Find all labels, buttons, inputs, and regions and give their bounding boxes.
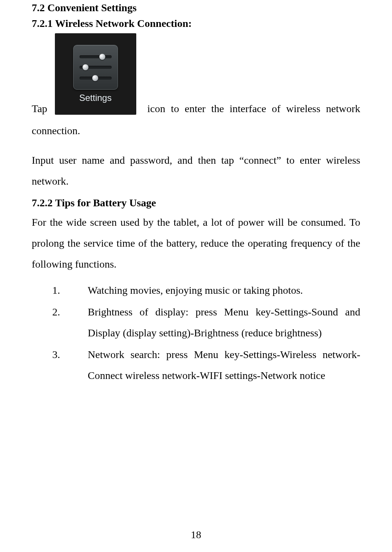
tap-sentence-continuation: connection. bbox=[32, 121, 360, 140]
tap-settings-line: Tap Settings icon to enter the interface… bbox=[32, 33, 360, 115]
battery-tips-list: Watching movies, enjoying music or takin… bbox=[52, 280, 360, 386]
list-item: Network search: press Menu key-Settings-… bbox=[52, 344, 360, 386]
page-number: 18 bbox=[0, 529, 392, 541]
slider-knob bbox=[99, 54, 105, 60]
input-instruction: Input user name and password, and then t… bbox=[32, 150, 360, 192]
slider-row-2 bbox=[80, 66, 112, 69]
section-heading-7-2: 7.2 Convenient Settings bbox=[32, 2, 360, 14]
subsection-heading-7-2-2: 7.2.2 Tips for Battery Usage bbox=[32, 197, 360, 209]
subsection-heading-7-2-1: 7.2.1 Wireless Network Connection: bbox=[32, 18, 360, 30]
sliders-icon bbox=[73, 45, 118, 90]
tap-sentence-rest: icon to enter the interface of wireless … bbox=[147, 104, 360, 115]
battery-intro: For the wide screen used by the tablet, … bbox=[32, 212, 360, 275]
settings-app-icon: Settings bbox=[55, 33, 136, 115]
list-item: Brightness of display: press Menu key-Se… bbox=[52, 302, 360, 343]
tap-word: Tap bbox=[32, 104, 47, 115]
slider-row-3 bbox=[80, 77, 112, 80]
slider-knob bbox=[83, 64, 88, 70]
settings-icon-label: Settings bbox=[79, 93, 112, 103]
slider-row-1 bbox=[80, 55, 112, 58]
slider-knob bbox=[92, 75, 98, 81]
list-item: Watching movies, enjoying music or takin… bbox=[52, 280, 360, 301]
